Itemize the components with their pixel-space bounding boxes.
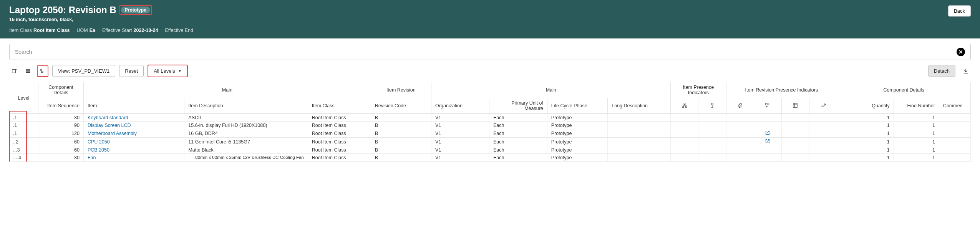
cell-org: V1 — [431, 114, 489, 122]
cell-change — [754, 114, 781, 122]
col-group-main[interactable]: Main — [83, 82, 371, 98]
clear-icon[interactable]: ✕ — [957, 48, 965, 56]
add-icon[interactable] — [9, 66, 19, 76]
cell-level: .1 — [9, 114, 38, 122]
col-item-seq[interactable]: Item Sequence — [38, 98, 83, 114]
col-comments[interactable]: Commen — [939, 98, 970, 114]
cell-change — [754, 146, 781, 154]
svg-rect-5 — [40, 69, 42, 70]
cell-item[interactable]: CPU 2050 — [83, 138, 184, 146]
col-whereused-icon[interactable] — [809, 98, 837, 114]
cell-attach — [726, 154, 754, 162]
col-lifecycle[interactable]: Life Cycle Phase — [547, 98, 607, 114]
col-desc[interactable]: Item Description — [184, 98, 308, 114]
cell-item[interactable]: PCB 2050 — [83, 146, 184, 154]
cell-phase: Prototype — [547, 154, 607, 162]
cell-attach — [726, 138, 754, 146]
cell-seq: 60 — [38, 138, 83, 146]
table-row[interactable]: .130Keyboard standardASCIIRoot Item Clas… — [9, 114, 971, 122]
cell-change[interactable] — [754, 138, 781, 146]
cell-pres1 — [671, 154, 698, 162]
structure-table: Level Component Details Main Item Revisi… — [9, 82, 971, 162]
col-group-comp[interactable]: Component Details — [38, 82, 83, 98]
col-qty[interactable]: Quantity — [837, 98, 894, 114]
col-revcode[interactable]: Revision Code — [371, 98, 431, 114]
cell-org: V1 — [431, 138, 489, 146]
col-aml-icon[interactable] — [781, 98, 809, 114]
cell-qty: 1 — [837, 122, 894, 129]
cell-find: 1 — [894, 129, 939, 138]
cell-long — [608, 114, 671, 122]
chevron-down-icon: ▼ — [178, 69, 182, 73]
col-item[interactable]: Item — [83, 98, 184, 114]
cell-comments — [939, 129, 970, 138]
cell-find: 1 — [894, 114, 939, 122]
cell-pres2 — [698, 122, 726, 129]
cell-change[interactable] — [754, 129, 781, 138]
col-class[interactable]: Item Class — [308, 98, 371, 114]
cell-uom: Each — [489, 138, 547, 146]
cell-class: Root Item Class — [308, 129, 371, 138]
search-box[interactable]: ✕ — [9, 44, 971, 60]
cell-change — [754, 154, 781, 162]
cell-long — [608, 122, 671, 129]
cell-desc: 11 Gen Intel Core i5-1135G7 — [184, 138, 308, 146]
col-group-main2[interactable]: Main — [431, 82, 671, 98]
expand-icon[interactable] — [37, 65, 48, 77]
cell-uom: Each — [489, 122, 547, 129]
search-input[interactable] — [15, 49, 957, 55]
cell-item[interactable]: Keyboard standard — [83, 114, 184, 122]
cell-pres2 — [698, 138, 726, 146]
col-quality-icon[interactable] — [698, 98, 726, 114]
external-link-icon — [765, 130, 770, 137]
cell-attach — [726, 146, 754, 154]
download-icon[interactable] — [961, 66, 971, 76]
col-attach-icon[interactable] — [726, 98, 754, 114]
table-row[interactable]: .190Display Screen LCD15.6-in. display F… — [9, 122, 971, 129]
col-group-rev-presence[interactable]: Item Revision Presence Indicators — [726, 82, 837, 98]
cell-attach — [726, 122, 754, 129]
svg-rect-0 — [12, 69, 16, 73]
col-group-presence[interactable]: Item Presence Indicators — [671, 82, 726, 98]
table-row[interactable]: ....430Fan80mm x 80mm x 25mm 12V Brushle… — [9, 154, 971, 162]
col-puom[interactable]: Primary Unit of Measure — [489, 98, 547, 114]
col-longdesc[interactable]: Long Description — [608, 98, 671, 114]
collapse-icon[interactable] — [23, 66, 33, 76]
table-row[interactable]: ..260CPU 205011 Gen Intel Core i5-1135G7… — [9, 138, 971, 146]
levels-dropdown[interactable]: All Levels ▼ — [148, 65, 188, 77]
levels-label: All Levels — [154, 68, 175, 74]
table-row[interactable]: .1120Motherboard Assembly16 GB, DDR4Root… — [9, 129, 971, 138]
col-level[interactable]: Level — [9, 82, 38, 114]
page-title: Laptop 2050: Revision B — [9, 5, 116, 15]
cell-class: Root Item Class — [308, 154, 371, 162]
col-change-icon[interactable] — [754, 98, 781, 114]
cell-class: Root Item Class — [308, 146, 371, 154]
cell-seq: 30 — [38, 114, 83, 122]
col-org[interactable]: Organization — [431, 98, 489, 114]
cell-item[interactable]: Display Screen LCD — [83, 122, 184, 129]
cell-rev: B — [371, 122, 431, 129]
detach-button[interactable]: Detach — [928, 65, 955, 77]
view-button[interactable]: View: PSV_PD_VIEW1 — [52, 65, 115, 77]
col-structure-icon[interactable] — [671, 98, 698, 114]
reset-button[interactable]: Reset — [119, 65, 144, 77]
cell-rev: B — [371, 114, 431, 122]
cell-item[interactable]: Motherboard Assembly — [83, 129, 184, 138]
cell-aml — [781, 146, 809, 154]
cell-item[interactable]: Fan — [83, 154, 184, 162]
cell-uom: Each — [489, 154, 547, 162]
header-meta-item: UOMEa — [77, 28, 95, 33]
col-group-rev[interactable]: Item Revision — [371, 82, 431, 98]
cell-rev: B — [371, 138, 431, 146]
svg-rect-12 — [766, 103, 767, 105]
cell-change — [754, 122, 781, 129]
cell-pres1 — [671, 114, 698, 122]
col-group-comp2[interactable]: Component Details — [837, 82, 971, 98]
external-link-icon — [765, 139, 770, 145]
table-row[interactable]: ...360PCB 2050Matte BlackRoot Item Class… — [9, 146, 971, 154]
cell-level: .1 — [9, 122, 38, 129]
cell-qty: 1 — [837, 138, 894, 146]
cell-desc: 16 GB, DDR4 — [184, 129, 308, 138]
col-find[interactable]: Find Number — [894, 98, 939, 114]
back-button[interactable]: Back — [948, 5, 971, 17]
